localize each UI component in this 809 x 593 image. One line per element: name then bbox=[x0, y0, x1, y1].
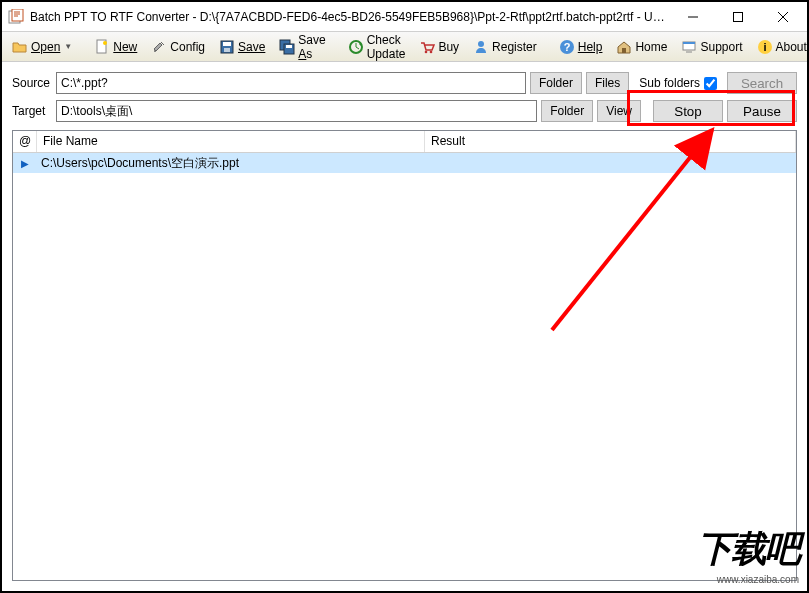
source-folder-button[interactable]: Folder bbox=[530, 72, 582, 94]
toolbar: Open ▼ New Config Save Save As Check Upd… bbox=[2, 32, 807, 62]
target-input[interactable] bbox=[56, 100, 537, 122]
svg-text:?: ? bbox=[563, 41, 570, 53]
save-as-button[interactable]: Save As bbox=[273, 30, 331, 64]
check-update-label: Check Update bbox=[367, 33, 406, 61]
svg-point-16 bbox=[425, 50, 428, 53]
register-icon bbox=[473, 39, 489, 55]
save-label: Save bbox=[238, 40, 265, 54]
svg-rect-3 bbox=[733, 12, 742, 21]
save-button[interactable]: Save bbox=[213, 36, 271, 58]
file-list: @ File Name Result ▶ C:\Users\pc\Documen… bbox=[12, 130, 797, 581]
list-item[interactable]: ▶ C:\Users\pc\Documents\空白演示.ppt bbox=[13, 153, 796, 173]
window-title: Batch PPT TO RTF Converter - D:\{7A7ACBD… bbox=[30, 10, 670, 24]
svg-rect-21 bbox=[622, 48, 626, 53]
svg-text:i: i bbox=[763, 41, 766, 53]
sub-folders-checkbox[interactable]: Sub folders bbox=[639, 76, 717, 90]
config-icon bbox=[151, 39, 167, 55]
svg-rect-23 bbox=[683, 42, 695, 44]
row-filename: C:\Users\pc\Documents\空白演示.ppt bbox=[37, 155, 425, 172]
about-button[interactable]: i About bbox=[751, 36, 810, 58]
svg-rect-14 bbox=[286, 45, 292, 48]
home-label: Home bbox=[635, 40, 667, 54]
help-icon: ? bbox=[559, 39, 575, 55]
new-button[interactable]: New bbox=[88, 36, 143, 58]
check-update-icon bbox=[348, 39, 364, 55]
source-input[interactable] bbox=[56, 72, 526, 94]
svg-point-18 bbox=[478, 41, 484, 47]
paths-panel: Source Folder Files Sub folders Search T… bbox=[2, 62, 807, 134]
home-button[interactable]: Home bbox=[610, 36, 673, 58]
svg-point-7 bbox=[103, 41, 107, 45]
config-label: Config bbox=[170, 40, 205, 54]
row-marker: ▶ bbox=[13, 158, 37, 169]
buy-label: Buy bbox=[438, 40, 459, 54]
check-update-button[interactable]: Check Update bbox=[342, 30, 412, 64]
target-folder-button[interactable]: Folder bbox=[541, 100, 593, 122]
new-icon bbox=[94, 39, 110, 55]
svg-point-17 bbox=[430, 50, 433, 53]
svg-rect-1 bbox=[12, 9, 23, 21]
home-icon bbox=[616, 39, 632, 55]
support-button[interactable]: Support bbox=[675, 36, 748, 58]
open-icon bbox=[12, 39, 28, 55]
support-icon bbox=[681, 39, 697, 55]
config-button[interactable]: Config bbox=[145, 36, 211, 58]
save-as-icon bbox=[279, 39, 295, 55]
support-label: Support bbox=[700, 40, 742, 54]
target-label: Target bbox=[12, 104, 52, 118]
watermark-url: www.xiazaiba.com bbox=[697, 574, 799, 585]
col-header-result[interactable]: Result bbox=[425, 131, 796, 152]
col-header-filename[interactable]: File Name bbox=[37, 131, 425, 152]
help-label: Help bbox=[578, 40, 603, 54]
open-label: Open bbox=[31, 40, 60, 54]
register-label: Register bbox=[492, 40, 537, 54]
app-icon bbox=[8, 9, 24, 25]
open-button[interactable]: Open ▼ bbox=[6, 36, 78, 58]
help-button[interactable]: ? Help bbox=[553, 36, 609, 58]
source-files-button[interactable]: Files bbox=[586, 72, 629, 94]
source-label: Source bbox=[12, 76, 52, 90]
sub-folders-label: Sub folders bbox=[639, 76, 700, 90]
svg-rect-10 bbox=[223, 42, 231, 46]
watermark-main: 下载吧 bbox=[697, 525, 799, 574]
close-button[interactable] bbox=[760, 3, 805, 31]
buy-button[interactable]: Buy bbox=[413, 36, 465, 58]
svg-rect-11 bbox=[224, 48, 230, 52]
target-view-button[interactable]: View bbox=[597, 100, 641, 122]
sub-folders-input[interactable] bbox=[704, 77, 717, 90]
svg-point-8 bbox=[154, 50, 156, 52]
list-header: @ File Name Result bbox=[13, 131, 796, 153]
maximize-button[interactable] bbox=[715, 3, 760, 31]
register-button[interactable]: Register bbox=[467, 36, 543, 58]
col-header-marker[interactable]: @ bbox=[13, 131, 37, 152]
titlebar: Batch PPT TO RTF Converter - D:\{7A7ACBD… bbox=[2, 2, 807, 32]
minimize-button[interactable] bbox=[670, 3, 715, 31]
save-icon bbox=[219, 39, 235, 55]
buy-icon bbox=[419, 39, 435, 55]
pause-button[interactable]: Pause bbox=[727, 100, 797, 122]
stop-button[interactable]: Stop bbox=[653, 100, 723, 122]
search-button[interactable]: Search bbox=[727, 72, 797, 94]
about-icon: i bbox=[757, 39, 773, 55]
watermark: 下载吧 www.xiazaiba.com bbox=[697, 525, 799, 585]
new-label: New bbox=[113, 40, 137, 54]
dropdown-arrow-icon: ▼ bbox=[64, 42, 72, 51]
about-label: About bbox=[776, 40, 807, 54]
